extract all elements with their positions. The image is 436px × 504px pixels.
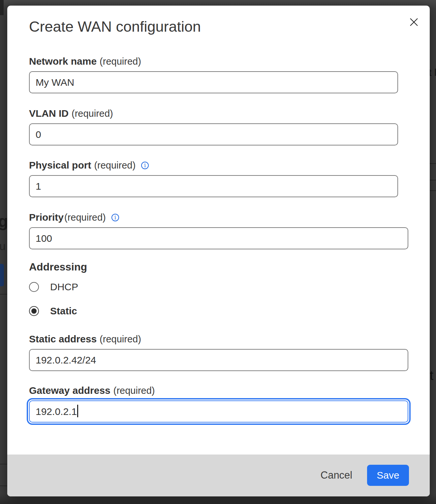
- field-gateway-address: Gateway address (required): [29, 384, 408, 423]
- priority-label: Priority (required) i: [29, 211, 408, 224]
- field-vlan-id: VLAN ID (required): [29, 107, 398, 145]
- vlan-id-label: VLAN ID (required): [29, 107, 398, 120]
- static-address-label: Static address (required): [29, 333, 408, 345]
- dialog-footer: Cancel Save: [7, 455, 430, 496]
- radio-dot: [31, 308, 37, 314]
- create-wan-dialog: Create WAN configuration Network name (r…: [7, 6, 430, 496]
- close-icon: [409, 17, 419, 28]
- info-icon[interactable]: i: [141, 162, 149, 169]
- network-name-input[interactable]: [29, 71, 398, 93]
- info-icon[interactable]: i: [111, 214, 119, 221]
- radio-option-static[interactable]: Static: [29, 305, 77, 317]
- field-network-name: Network name (required): [29, 55, 398, 93]
- physical-port-input[interactable]: [29, 175, 398, 197]
- cancel-button[interactable]: Cancel: [307, 464, 366, 486]
- radio-option-dhcp[interactable]: DHCP: [29, 281, 78, 293]
- radio-selected-icon[interactable]: [29, 306, 39, 316]
- gateway-address-label: Gateway address (required): [29, 384, 408, 397]
- radio-label-static: Static: [50, 305, 77, 317]
- radio-label-dhcp: DHCP: [50, 281, 78, 293]
- background-divider: [430, 180, 436, 180]
- field-physical-port: Physical port (required) i: [29, 159, 398, 197]
- save-button[interactable]: Save: [367, 465, 409, 486]
- addressing-heading: Addressing: [29, 261, 87, 273]
- background-text-fragment: g: [0, 212, 8, 231]
- background-corner-fragment: [0, 0, 4, 15]
- physical-port-label: Physical port (required) i: [29, 159, 398, 172]
- text-cursor: [77, 405, 78, 417]
- dim-overlay: g u t l t Create WAN configuration Netwo…: [0, 0, 436, 504]
- vlan-id-input[interactable]: [29, 123, 398, 145]
- page-title: Create WAN configuration: [29, 18, 201, 35]
- background-button-fragment: [0, 264, 4, 286]
- radio-unselected-icon[interactable]: [29, 282, 39, 292]
- field-static-address: Static address (required): [29, 333, 408, 371]
- background-right-strip: t l t: [430, 0, 436, 504]
- close-button[interactable]: [407, 16, 421, 29]
- static-address-input[interactable]: [29, 349, 408, 371]
- gateway-address-input[interactable]: [29, 400, 408, 423]
- priority-input[interactable]: [29, 227, 408, 249]
- network-name-label: Network name (required): [29, 55, 398, 68]
- background-text-fragment: t l: [430, 67, 436, 78]
- background-text-fragment: u: [0, 240, 6, 253]
- background-divider: [430, 163, 436, 164]
- field-priority: Priority (required) i: [29, 211, 408, 249]
- background-text-fragment: t: [430, 368, 433, 383]
- background-divider: [430, 190, 436, 191]
